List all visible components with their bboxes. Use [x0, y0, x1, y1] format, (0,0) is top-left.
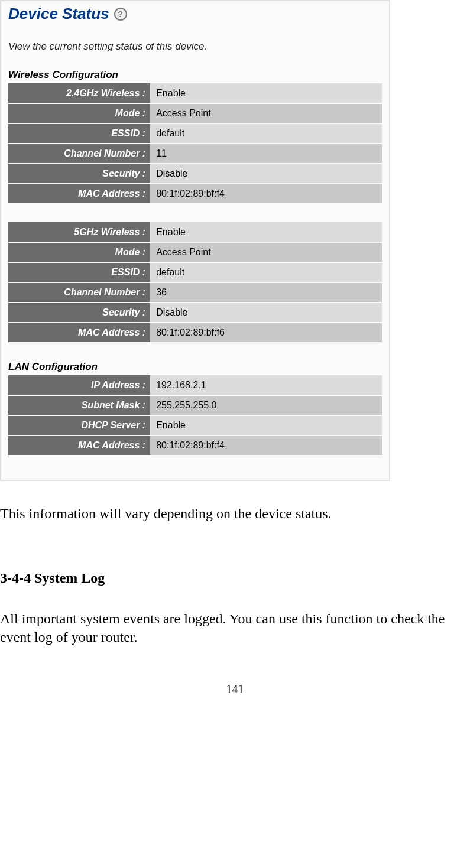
row-value: Access Point: [150, 242, 382, 262]
wireless-5ghz-table: 5GHz Wireless :Enable Mode :Access Point…: [8, 222, 382, 343]
table-row: Security :Disable: [8, 303, 382, 323]
table-row: DHCP Server : Enable: [8, 415, 382, 435]
row-value: 80:1f:02:89:bf:f4: [150, 435, 382, 456]
table-row: ESSID : default: [8, 123, 382, 144]
row-value: Disable: [150, 164, 382, 184]
row-value: 192.168.2.1: [150, 375, 382, 395]
row-label: Security :: [8, 303, 150, 323]
page-number: 141: [0, 682, 470, 696]
row-value: default: [150, 123, 382, 144]
row-value: 11: [150, 144, 382, 164]
table-row: Mode :Access Point: [8, 103, 382, 123]
table-row: ESSID : default: [8, 262, 382, 282]
table-row: Mode :Access Point: [8, 242, 382, 262]
row-value: Disable: [150, 303, 382, 323]
lan-config-heading: LAN Configuration: [8, 361, 382, 373]
table-row: Channel Number :36: [8, 282, 382, 303]
row-value: Enable: [150, 222, 382, 242]
row-value: 36: [150, 282, 382, 303]
help-icon[interactable]: ?: [114, 8, 127, 21]
table-row: IP Address :192.168.2.1: [8, 375, 382, 395]
table-row: Subnet Mask :255.255.255.0: [8, 395, 382, 415]
row-label: Mode :: [8, 242, 150, 262]
row-value: Access Point: [150, 103, 382, 123]
row-label: Channel Number :: [8, 282, 150, 303]
wireless-config-heading: Wireless Configuration: [8, 69, 382, 81]
table-row: MAC Address :80:1f:02:89:bf:f4: [8, 184, 382, 204]
row-value: Enable: [150, 83, 382, 103]
row-value: 255.255.255.0: [150, 395, 382, 415]
page-title: Device Status: [8, 5, 109, 23]
page-subtitle: View the current setting status of this …: [8, 41, 382, 53]
lan-table: IP Address :192.168.2.1 Subnet Mask :255…: [8, 375, 382, 456]
paragraph-system-log: All important system events are logged. …: [0, 610, 470, 646]
paragraph-note: This information will vary depending on …: [0, 505, 470, 523]
row-label: MAC Address :: [8, 435, 150, 456]
row-label: IP Address :: [8, 375, 150, 395]
row-label: MAC Address :: [8, 184, 150, 204]
row-label: DHCP Server :: [8, 415, 150, 435]
row-label: Mode :: [8, 103, 150, 123]
table-row: Channel Number :11: [8, 144, 382, 164]
table-row: Security :Disable: [8, 164, 382, 184]
wireless-24ghz-table: 2.4GHz Wireless : Enable Mode :Access Po…: [8, 83, 382, 204]
table-row: MAC Address :80:1f:02:89:bf:f4: [8, 435, 382, 456]
device-status-screenshot: Device Status ? View the current setting…: [0, 0, 390, 481]
row-label: 2.4GHz Wireless :: [8, 83, 150, 103]
row-label: Security :: [8, 164, 150, 184]
row-label: Channel Number :: [8, 144, 150, 164]
section-heading-system-log: 3-4-4 System Log: [0, 570, 470, 586]
title-row: Device Status ?: [8, 1, 382, 29]
row-label: ESSID :: [8, 123, 150, 144]
row-value: Enable: [150, 415, 382, 435]
row-label: Subnet Mask :: [8, 395, 150, 415]
row-label: 5GHz Wireless :: [8, 222, 150, 242]
row-label: ESSID :: [8, 262, 150, 282]
table-row: 2.4GHz Wireless : Enable: [8, 83, 382, 103]
row-value: 80:1f:02:89:bf:f6: [150, 323, 382, 343]
row-value: 80:1f:02:89:bf:f4: [150, 184, 382, 204]
row-value: default: [150, 262, 382, 282]
table-row: 5GHz Wireless :Enable: [8, 222, 382, 242]
table-row: MAC Address :80:1f:02:89:bf:f6: [8, 323, 382, 343]
row-label: MAC Address :: [8, 323, 150, 343]
